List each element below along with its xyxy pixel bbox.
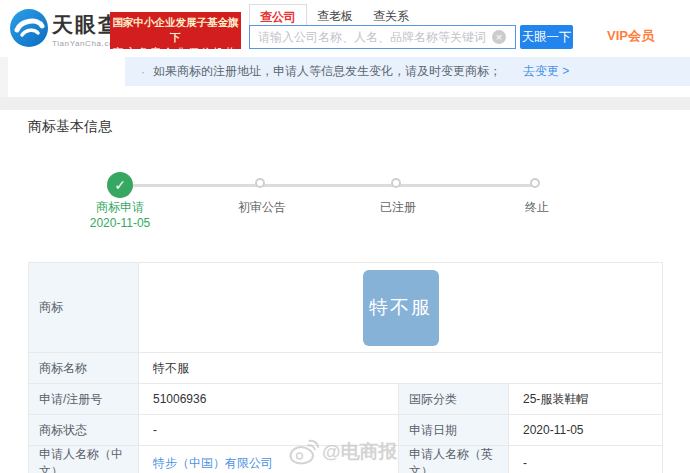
intl-class-value: 25-服装鞋帽 xyxy=(509,384,663,415)
row-label: 商标 xyxy=(29,263,139,353)
tab-company[interactable]: 查公司 xyxy=(249,4,307,25)
table-row: 商标 特不服 xyxy=(29,263,663,353)
change-trademark-link[interactable]: 去变更 > xyxy=(523,63,569,80)
timeline-dot xyxy=(530,178,540,188)
row-label: 申请日期 xyxy=(399,415,509,446)
timeline-step-label: 商标申请 xyxy=(60,199,180,216)
table-row: 申请/注册号 51006936 国际分类 25-服装鞋帽 xyxy=(29,384,663,415)
application-date-value: 2020-11-05 xyxy=(509,415,663,446)
timeline-track xyxy=(120,184,537,187)
search-input[interactable] xyxy=(249,25,516,49)
row-label: 商标状态 xyxy=(29,415,139,446)
row-label: 申请人名称（英文） xyxy=(399,446,509,473)
clear-input-icon[interactable]: × xyxy=(492,30,506,44)
vip-link[interactable]: VIP会员 xyxy=(607,27,654,45)
notice-text: 如果商标的注册地址，申请人等信息发生变化，请及时变更商标； xyxy=(153,63,501,80)
search-tabs: 查公司 查老板 查关系 xyxy=(249,4,419,25)
registration-number-value: 51006936 xyxy=(139,384,399,415)
table-row: 商标名称 特不服 xyxy=(29,353,663,384)
timeline-step-date: 2020-11-05 xyxy=(60,216,180,230)
applicant-en-value: - xyxy=(509,446,663,473)
timeline-step-label: 初审公告 xyxy=(202,199,322,216)
notice-bullet: · xyxy=(141,65,145,79)
left-gutter xyxy=(0,57,8,97)
table-row: 申请人名称（中文） 特步（中国）有限公司 申请人名称（英文） - xyxy=(29,446,663,473)
timeline-dot xyxy=(255,178,265,188)
timeline-dot xyxy=(391,178,401,188)
trademark-panel: 商标基本信息 ✓ 商标申请 初审公告 已注册 终止 2020-11-05 商标 … xyxy=(0,110,690,473)
trademark-name-value: 特不服 xyxy=(139,353,663,384)
trademark-image[interactable]: 特不服 xyxy=(363,270,439,346)
section-title: 商标基本信息 xyxy=(28,118,112,136)
row-label: 商标名称 xyxy=(29,353,139,384)
row-label: 申请人名称（中文） xyxy=(29,446,139,473)
check-icon: ✓ xyxy=(107,172,133,198)
tianyancha-logo-icon xyxy=(10,9,48,47)
badge-line1: 国家中小企业发展子基金旗下 xyxy=(110,15,241,45)
applicant-company-link[interactable]: 特步（中国）有限公司 xyxy=(153,456,273,470)
site-header: 天眼查 TianYanCha.com 国家中小企业发展子基金旗下 官方备案企业征… xyxy=(0,0,690,57)
certification-badge: 国家中小企业发展子基金旗下 官方备案企业征信机构 xyxy=(110,12,241,49)
notice-bar: · 如果商标的注册地址，申请人等信息发生变化，请及时变更商标； 去变更 > xyxy=(125,57,690,86)
section-divider xyxy=(0,97,690,110)
trademark-info-table: 商标 特不服 商标名称 特不服 申请/注册号 51006936 国际分类 25-… xyxy=(28,262,663,473)
search-button[interactable]: 天眼一下 xyxy=(520,25,573,49)
row-label: 国际分类 xyxy=(399,384,509,415)
tab-relation[interactable]: 查关系 xyxy=(363,4,419,25)
timeline-step-label: 已注册 xyxy=(338,199,458,216)
trademark-status-value: - xyxy=(139,415,399,446)
tab-boss[interactable]: 查老板 xyxy=(307,4,363,25)
page: 天眼查 TianYanCha.com 国家中小企业发展子基金旗下 官方备案企业征… xyxy=(0,0,690,473)
row-label: 申请/注册号 xyxy=(29,384,139,415)
timeline-step-label: 终止 xyxy=(477,199,597,216)
table-row: 商标状态 - 申请日期 2020-11-05 xyxy=(29,415,663,446)
tianyancha-logo[interactable]: 天眼查 TianYanCha.com xyxy=(10,9,121,48)
